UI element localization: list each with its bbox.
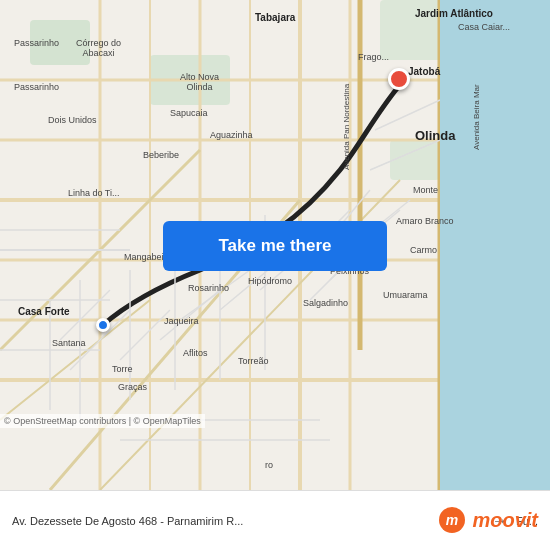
bottom-bar: Av. Dezessete De Agosto 468 - Parnamirim… (0, 490, 550, 550)
moovit-icon: m (438, 506, 466, 534)
moovit-logo: m moovit (438, 490, 550, 550)
svg-text:m: m (446, 512, 458, 528)
svg-line-22 (60, 290, 110, 340)
map-attribution: © OpenStreetMap contributors | © OpenMap… (0, 414, 205, 428)
svg-rect-0 (30, 20, 90, 65)
ocean-area (440, 0, 550, 490)
map-container: Tabajara Jardim Atlântico Passarinho Cór… (0, 0, 550, 490)
moovit-wordmark: moovit (472, 509, 538, 532)
take-me-there-button[interactable]: Take me there (163, 221, 387, 271)
svg-line-26 (180, 270, 250, 320)
svg-rect-3 (390, 140, 440, 180)
destination-marker (388, 68, 410, 90)
origin-marker (96, 318, 110, 332)
route-from-label: Av. Dezessete De Agosto 468 - Parnamirim… (12, 515, 484, 527)
